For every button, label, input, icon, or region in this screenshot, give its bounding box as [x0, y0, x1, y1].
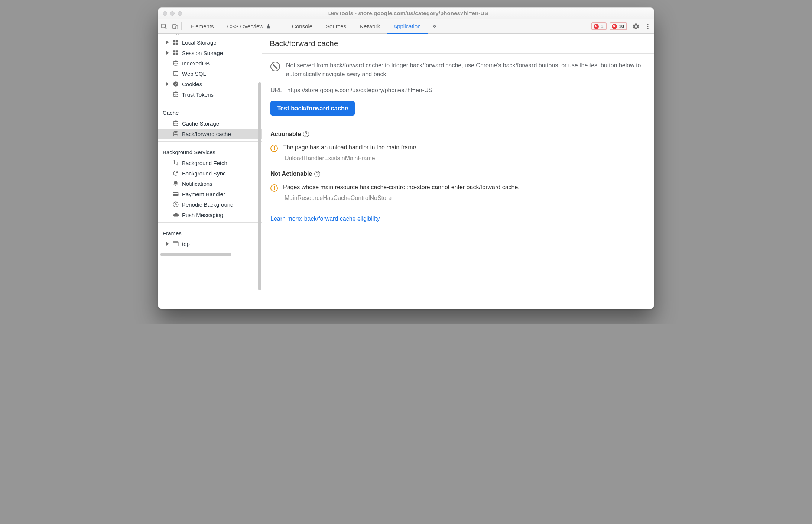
page-title: Back/forward cache: [262, 34, 654, 54]
not-actionable-issue-code: MainResourceHasCacheControlNoStore: [285, 195, 646, 201]
tab-console[interactable]: Console: [285, 19, 319, 34]
toolbar-separator: [181, 22, 182, 30]
sidebar-item-cache-storage[interactable]: Cache Storage: [158, 118, 262, 129]
svg-rect-0: [161, 24, 165, 28]
database-icon: [172, 130, 179, 137]
sidebar-item-payment-handler[interactable]: Payment Handler: [158, 189, 262, 199]
error-icon: ×: [594, 24, 599, 29]
sidebar-group-frames: Frames: [158, 225, 262, 239]
warning-icon: !: [270, 145, 278, 152]
expand-icon: [166, 242, 169, 246]
svg-point-15: [173, 71, 178, 73]
grid-icon: [172, 49, 179, 56]
divider: [158, 141, 262, 142]
divider: [158, 222, 262, 223]
card-icon: [172, 191, 179, 197]
more-icon[interactable]: [642, 19, 654, 34]
svg-rect-9: [176, 43, 178, 45]
sidebar-vertical-scrollbar[interactable]: [258, 82, 261, 290]
database-icon: [172, 91, 179, 98]
error-icon: ×: [612, 24, 617, 29]
sidebar-item-trust-tokens[interactable]: Trust Tokens: [158, 89, 262, 100]
sidebar-item-cookies[interactable]: Cookies: [158, 79, 262, 89]
prohibited-icon: [270, 62, 280, 71]
sidebar-item-frame-top[interactable]: top: [158, 239, 262, 249]
tab-application[interactable]: Application: [387, 19, 427, 34]
sidebar-item-push-messaging[interactable]: Push Messaging: [158, 210, 262, 220]
help-icon[interactable]: ?: [303, 131, 309, 137]
device-toolbar-icon[interactable]: [169, 19, 181, 34]
issues-panel: Actionable ? ! The page has an unload ha…: [262, 123, 654, 230]
svg-point-20: [173, 92, 178, 94]
bell-icon: [172, 180, 179, 187]
actionable-issue-code: UnloadHandlerExistsInMainFrame: [285, 155, 646, 162]
svg-rect-8: [173, 43, 175, 45]
settings-icon[interactable]: [630, 19, 642, 34]
sidebar-item-web-sql[interactable]: Web SQL: [158, 68, 262, 79]
issue-badge[interactable]: × 10: [610, 22, 627, 30]
svg-rect-2: [176, 25, 178, 29]
svg-point-4: [647, 26, 649, 27]
application-sidebar[interactable]: Storage Local Storage Session Storage In…: [158, 34, 262, 309]
svg-rect-13: [176, 53, 178, 55]
error-badge[interactable]: × 1: [591, 22, 606, 30]
actionable-issue: ! The page has an unload handler in the …: [270, 144, 646, 152]
database-icon: [172, 60, 179, 67]
devtools-window: DevTools - store.google.com/us/category/…: [158, 7, 654, 309]
svg-rect-24: [173, 193, 179, 194]
test-bfcache-button[interactable]: Test back/forward cache: [270, 101, 355, 116]
learn-more-link[interactable]: Learn more: back/forward cache eligibili…: [270, 216, 380, 222]
svg-point-21: [173, 121, 178, 123]
window-minimize-icon[interactable]: [170, 11, 175, 16]
tab-network[interactable]: Network: [353, 19, 387, 34]
svg-point-5: [647, 28, 649, 29]
svg-point-18: [176, 83, 177, 84]
bfcache-status-panel: Not served from back/forward cache: to t…: [262, 54, 654, 123]
content-pane: Back/forward cache Not served from back/…: [262, 34, 654, 309]
help-icon[interactable]: ?: [314, 171, 320, 177]
url-value: https://store.google.com/us/category/pho…: [287, 87, 432, 93]
sidebar-item-periodic-background[interactable]: Periodic Background: [158, 199, 262, 210]
svg-rect-10: [173, 50, 175, 52]
svg-point-14: [173, 61, 178, 62]
sync-icon: [172, 170, 179, 177]
svg-point-17: [175, 83, 175, 84]
not-actionable-section-heading: Not Actionable ?: [270, 171, 646, 177]
sidebar-item-background-sync[interactable]: Background Sync: [158, 168, 262, 178]
window-close-icon[interactable]: [163, 11, 167, 16]
svg-point-19: [175, 84, 176, 85]
clock-icon: [172, 201, 179, 208]
svg-point-22: [173, 131, 178, 133]
traffic-lights: [163, 11, 182, 16]
sidebar-item-indexeddb[interactable]: IndexedDB: [158, 58, 262, 68]
svg-rect-12: [173, 53, 175, 55]
window-icon: [172, 240, 179, 247]
inspect-element-icon[interactable]: [158, 19, 169, 34]
svg-rect-7: [176, 40, 178, 42]
sidebar-item-session-storage[interactable]: Session Storage: [158, 48, 262, 58]
sidebar-group-storage: Storage: [158, 34, 262, 37]
svg-point-16: [173, 81, 178, 87]
sidebar-item-notifications[interactable]: Notifications: [158, 178, 262, 189]
sidebar-item-local-storage[interactable]: Local Storage: [158, 37, 262, 48]
tab-sources[interactable]: Sources: [319, 19, 353, 34]
tab-elements[interactable]: Elements: [184, 19, 221, 34]
sidebar-item-bf-cache[interactable]: Back/forward cache: [158, 129, 262, 139]
warning-icon: !: [270, 184, 278, 192]
window-titlebar: DevTools - store.google.com/us/category/…: [158, 8, 654, 19]
database-icon: [172, 70, 179, 77]
sidebar-horizontal-scrollbar[interactable]: [158, 253, 262, 258]
window-zoom-icon[interactable]: [178, 11, 182, 16]
svg-rect-26: [173, 242, 178, 246]
url-row: URL: https://store.google.com/us/categor…: [270, 87, 646, 94]
tabs-overflow-icon[interactable]: [428, 19, 442, 34]
tab-css-overview[interactable]: CSS Overview: [221, 19, 278, 34]
window-title: DevTools - store.google.com/us/category/…: [189, 10, 627, 16]
cookie-icon: [172, 81, 179, 87]
not-served-text: Not served from back/forward cache: to t…: [286, 61, 646, 79]
sidebar-item-background-fetch[interactable]: Background Fetch: [158, 158, 262, 168]
expand-icon: [166, 82, 169, 86]
svg-rect-6: [173, 40, 175, 42]
actionable-section-heading: Actionable ?: [270, 131, 646, 138]
svg-point-3: [647, 24, 649, 25]
